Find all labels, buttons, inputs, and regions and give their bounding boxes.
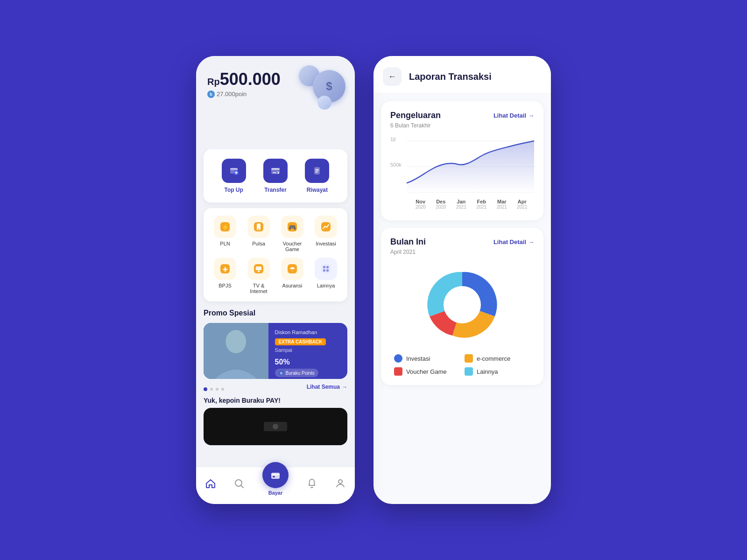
- chart-x-labels: Nov 2020 Des 2020 Jan 2021 Feb 2021: [390, 199, 534, 210]
- riwayat-icon: [305, 159, 329, 183]
- promo-cashback-badge: EXTRA CASHBACK: [275, 338, 326, 345]
- x-des: Des 2020: [431, 199, 451, 210]
- svg-rect-31: [323, 269, 325, 272]
- svg-rect-23: [256, 266, 261, 270]
- tvinternet-label: TV & Internet: [245, 283, 273, 294]
- legend-vouchergame: Voucher Game: [394, 367, 460, 376]
- asuransi-icon: ☂: [281, 258, 303, 280]
- topup-label: Top Up: [224, 187, 243, 193]
- right-phone-header: ← Laporan Transaksi: [374, 56, 551, 94]
- svg-rect-32: [326, 269, 329, 272]
- y-label-1jt: 1jt: [390, 136, 403, 142]
- svg-rect-30: [326, 266, 329, 268]
- promo-points-badge: b Buraku Points: [275, 369, 318, 377]
- x-mar: Mar 2021: [492, 199, 512, 210]
- x-apr: Apr 2021: [512, 199, 533, 210]
- promo-title: Promo Spesial: [204, 309, 347, 317]
- service-lainnya[interactable]: Lainnya: [312, 258, 340, 294]
- service-tvinternet[interactable]: TV & Internet: [245, 258, 273, 294]
- svg-rect-16: [258, 229, 260, 230]
- dot-2: [210, 388, 213, 391]
- nav-search[interactable]: [233, 478, 245, 489]
- points-icon: b: [207, 91, 215, 98]
- services-grid: ⚡ PLN Pulsa 🎮 Voucher Game: [211, 216, 340, 294]
- nav-notif[interactable]: [306, 478, 317, 489]
- y-label-500k: 500k: [390, 162, 403, 168]
- points-value: 27.000poin: [217, 91, 247, 98]
- pulsa-icon: [247, 216, 270, 238]
- bulan-ini-lihat-detail[interactable]: Lihat Detail →: [493, 238, 534, 245]
- service-investasi[interactable]: Investasi: [312, 216, 340, 252]
- riwayat-label: Riwayat: [307, 187, 328, 193]
- back-button[interactable]: ←: [383, 67, 402, 86]
- service-pln[interactable]: ⚡ PLN: [211, 216, 239, 252]
- transfer-label: Transfer: [264, 187, 286, 193]
- investasi-icon: [315, 216, 337, 238]
- nav-home[interactable]: [205, 478, 216, 489]
- buraku-card[interactable]: [204, 408, 347, 445]
- legend-investasi: Investasi: [394, 354, 460, 363]
- pln-icon: ⚡: [214, 216, 236, 238]
- promo-card[interactable]: Diskon Ramadhan EXTRA CASHBACK Sampai 50…: [204, 323, 347, 379]
- svg-text:☂: ☂: [289, 266, 296, 273]
- x-jan: Jan 2021: [451, 199, 472, 210]
- bpjs-label: BPJS: [218, 283, 232, 288]
- topup-icon: [222, 159, 246, 183]
- promo-prefix: Sampai: [275, 347, 341, 353]
- svg-point-36: [273, 424, 278, 429]
- right-phone-title: Laporan Transaksi: [409, 71, 492, 82]
- transfer-icon: [263, 159, 288, 183]
- promo-section: Promo Spesial Diskon Ramadhan EXTRA CASH…: [204, 309, 347, 391]
- pln-label: PLN: [220, 241, 230, 246]
- bulan-ini-card: Bulan Ini Lihat Detail → April 2021: [381, 228, 543, 385]
- buraku-title: Yuk, kepoin Buraku PAY!: [204, 397, 347, 404]
- svg-line-38: [241, 485, 244, 488]
- service-vouchergame[interactable]: 🎮 Voucher Game: [278, 216, 306, 252]
- right-scroll-area: Pengeluaran Lihat Detail → 6 Bulan Terak…: [374, 94, 551, 504]
- legend-dot-vouchergame: [394, 367, 402, 376]
- nav-profile[interactable]: [335, 478, 346, 489]
- svg-text:🎮: 🎮: [289, 224, 296, 231]
- promo-subtitle: Diskon Ramadhan: [275, 329, 341, 335]
- action-transfer[interactable]: Transfer: [263, 159, 288, 193]
- services-section: ⚡ PLN Pulsa 🎮 Voucher Game: [204, 208, 347, 301]
- svg-point-34: [226, 330, 246, 353]
- lihat-semua-button[interactable]: Lihat Semua →: [307, 384, 347, 390]
- chart-legend: Investasi e-commerce Voucher Game Lainny…: [390, 354, 534, 376]
- svg-rect-1: [230, 168, 238, 170]
- x-feb: Feb 2021: [472, 199, 492, 210]
- svg-rect-28: [321, 264, 331, 273]
- left-phone: Rp500.000 b 27.000poin Top Up: [196, 56, 355, 504]
- pengeluaran-header: Pengeluaran Lihat Detail →: [390, 111, 534, 120]
- promo-suffix: %: [283, 358, 289, 366]
- bayar-center-btn[interactable]: [262, 462, 289, 488]
- pengeluaran-lihat-detail[interactable]: Lihat Detail →: [493, 112, 534, 119]
- x-nov: Nov 2020: [410, 199, 431, 210]
- bulan-ini-header: Bulan Ini Lihat Detail →: [390, 237, 534, 247]
- donut-chart: [390, 263, 534, 347]
- action-topup[interactable]: Top Up: [222, 159, 246, 193]
- svg-text:✚: ✚: [223, 266, 228, 273]
- bulan-ini-subtitle: April 2021: [390, 249, 534, 255]
- tvinternet-icon: [247, 258, 270, 280]
- pengeluaran-title: Pengeluaran: [390, 111, 441, 120]
- bottom-nav: Bayar: [196, 467, 355, 504]
- service-pulsa[interactable]: Pulsa: [245, 216, 273, 252]
- promo-image: [204, 323, 268, 379]
- nav-bayar[interactable]: Bayar: [262, 471, 289, 496]
- service-asuransi[interactable]: ☂ Asuransi: [278, 258, 306, 294]
- coin-decoration: [289, 65, 345, 121]
- service-bpjs[interactable]: ✚ BPJS: [211, 258, 239, 294]
- legend-dot-investasi: [394, 354, 402, 363]
- currency-label: Rp: [207, 77, 220, 87]
- pengeluaran-card: Pengeluaran Lihat Detail → 6 Bulan Terak…: [381, 101, 543, 220]
- bulan-ini-title: Bulan Ini: [390, 237, 426, 247]
- dot-3: [216, 388, 218, 391]
- promo-content: Diskon Ramadhan EXTRA CASHBACK Sampai 50…: [268, 323, 347, 379]
- promo-percent: 50%: [275, 354, 341, 367]
- coin-xs: [317, 96, 331, 110]
- action-riwayat[interactable]: Riwayat: [305, 159, 329, 193]
- svg-rect-41: [273, 476, 275, 477]
- dot-1: [204, 387, 207, 391]
- svg-rect-29: [323, 266, 325, 268]
